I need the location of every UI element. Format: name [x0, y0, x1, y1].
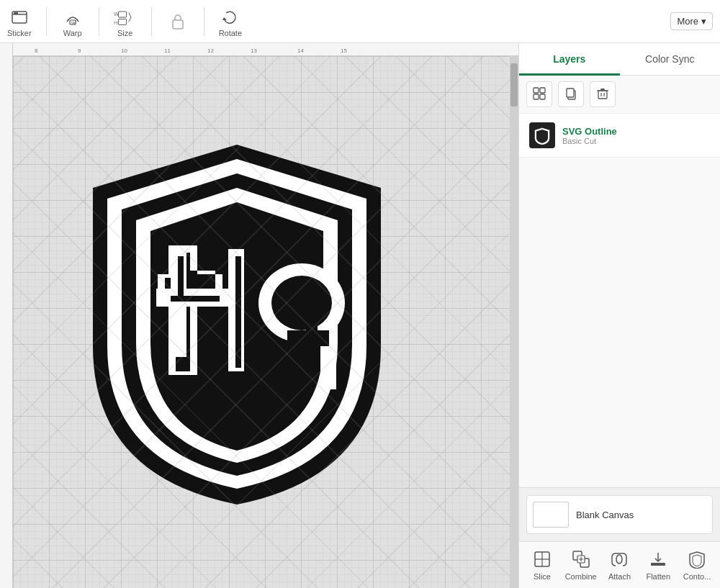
main-area: 8 9 10 11 12 13 14 15 — [0, 43, 720, 588]
scrollbar-thumb[interactable] — [510, 63, 518, 107]
layer-thumbnail — [529, 122, 555, 148]
warp-icon: W — [61, 6, 84, 29]
rotate-tool[interactable]: Rotate — [219, 6, 242, 37]
canvas-content — [64, 130, 410, 515]
more-button[interactable]: More ▾ — [670, 12, 713, 30]
grid-canvas[interactable] — [13, 56, 510, 588]
ruler-mark-10: 10 — [121, 48, 127, 54]
svg-rect-40 — [651, 563, 665, 566]
attach-icon — [609, 549, 629, 569]
svg-rect-8 — [118, 19, 126, 24]
contour-label: Conto... — [683, 572, 711, 581]
svg-rect-23 — [540, 88, 545, 93]
flatten-action[interactable]: Flatten — [640, 549, 676, 581]
sticker-tool[interactable]: Sticker — [7, 6, 32, 37]
layer-item-svg-outline[interactable]: SVG Outline Basic Cut — [519, 114, 720, 158]
svg-point-39 — [616, 555, 622, 564]
warp-tool[interactable]: W Warp — [61, 6, 84, 37]
panel-spacer — [519, 158, 720, 487]
svg-rect-9 — [173, 20, 183, 29]
svg-rect-28 — [598, 91, 607, 99]
panel-tabs: Layers Color Sync — [519, 43, 720, 76]
layer-info: SVG Outline Basic Cut — [562, 126, 617, 145]
size-tool[interactable]: W H Size — [114, 6, 137, 37]
attach-action[interactable]: Attach — [601, 549, 637, 581]
ruler-mark-11: 11 — [164, 48, 171, 54]
size-icon: W H — [114, 6, 137, 29]
combine-action[interactable]: Combine — [563, 549, 599, 581]
svg-rect-15 — [171, 296, 220, 302]
add-layer-button[interactable] — [526, 81, 552, 107]
svg-rect-6 — [118, 12, 126, 17]
flatten-icon — [648, 549, 668, 569]
svg-rect-18 — [320, 303, 336, 389]
rotate-label: Rotate — [219, 29, 242, 37]
right-panel: Layers Color Sync — [518, 43, 720, 588]
copy-layer-button[interactable] — [558, 81, 584, 107]
sep1 — [46, 7, 47, 36]
svg-point-19 — [271, 276, 332, 330]
delete-layer-button[interactable] — [590, 81, 616, 107]
svg-rect-24 — [534, 94, 539, 99]
svg-rect-22 — [534, 88, 539, 93]
copy-icon — [564, 87, 577, 102]
delete-icon — [596, 87, 609, 102]
svg-rect-25 — [540, 94, 545, 99]
scrollbar-vertical[interactable] — [510, 56, 518, 588]
ruler-vertical — [0, 43, 13, 588]
svg-rect-12 — [156, 289, 228, 307]
combine-icon — [571, 549, 591, 569]
ruler-mark-12: 12 — [207, 48, 214, 54]
svg-rect-2 — [14, 12, 18, 14]
bottom-action-bar: Slice Combine — [519, 541, 720, 588]
ruler-mark-9: 9 — [78, 48, 81, 54]
tab-color-sync[interactable]: Color Sync — [620, 43, 721, 76]
tab-layers[interactable]: Layers — [519, 43, 620, 76]
layer-name: SVG Outline — [562, 126, 617, 137]
blank-canvas-label: Blank Canvas — [576, 510, 634, 520]
sep4 — [204, 7, 204, 36]
svg-text:H: H — [114, 19, 117, 25]
svg-rect-13 — [228, 249, 244, 371]
svg-rect-14 — [178, 256, 184, 296]
svg-rect-27 — [567, 89, 574, 97]
svg-rect-20 — [306, 303, 318, 375]
layer-type: Basic Cut — [562, 137, 617, 145]
slice-action[interactable]: Slice — [524, 549, 560, 581]
sticker-icon — [8, 6, 31, 29]
contour-icon — [687, 549, 707, 569]
combine-label: Combine — [565, 572, 597, 581]
slice-icon — [532, 549, 552, 569]
slice-label: Slice — [534, 572, 551, 581]
more-label: More — [677, 16, 698, 27]
flatten-label: Flatten — [646, 572, 670, 581]
attach-label: Attach — [608, 572, 631, 581]
blank-canvas-item[interactable]: Blank Canvas — [526, 495, 713, 534]
canvas-area[interactable]: 8 9 10 11 12 13 14 15 — [0, 43, 518, 588]
svg-rect-11 — [171, 249, 186, 357]
svg-marker-10 — [222, 17, 227, 20]
contour-action[interactable]: Conto... — [679, 549, 715, 581]
size-label: Size — [117, 29, 132, 37]
lock-tool[interactable] — [166, 10, 189, 33]
svg-text:W: W — [71, 21, 76, 25]
add-icon — [533, 87, 546, 102]
more-chevron: ▾ — [701, 16, 706, 27]
sep2 — [99, 7, 99, 36]
sticker-label: Sticker — [7, 29, 32, 37]
svg-rect-16 — [235, 256, 241, 368]
warp-label: Warp — [63, 29, 82, 37]
ruler-horizontal: 8 9 10 11 12 13 14 15 — [13, 43, 518, 56]
lock-icon — [166, 10, 189, 33]
ruler-mark-8: 8 — [35, 48, 37, 54]
blank-canvas-thumbnail — [533, 502, 569, 528]
main-toolbar: Sticker W Warp W H Size — [0, 0, 720, 43]
ruler-mark-13: 13 — [251, 48, 257, 54]
panel-toolbar — [519, 76, 720, 114]
svg-point-17 — [258, 263, 345, 343]
rotate-icon — [219, 6, 242, 29]
blank-canvas-area: Blank Canvas — [519, 487, 720, 541]
sep3 — [151, 7, 152, 36]
svg-rect-21 — [287, 330, 329, 346]
ruler-mark-15: 15 — [341, 48, 347, 54]
